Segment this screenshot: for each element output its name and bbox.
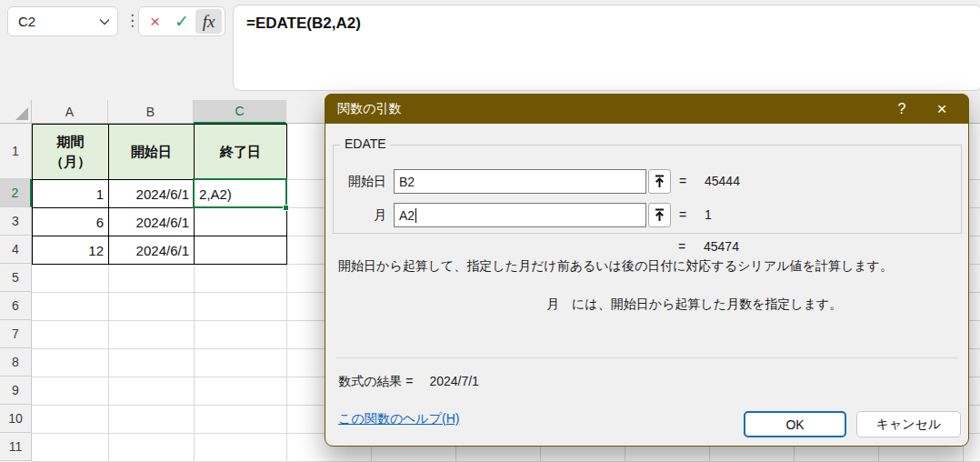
ok-button[interactable]: OK <box>744 411 846 437</box>
row-header-2[interactable]: 2 <box>0 179 32 207</box>
cell-a2[interactable]: 1 <box>33 180 109 208</box>
arg1-value: B2 <box>399 175 415 189</box>
row-header-8[interactable]: 8 <box>0 348 32 377</box>
formula-toolbar: × ✓ fx <box>138 6 225 36</box>
row-header-10[interactable]: 10 <box>0 405 32 433</box>
arg1-range-select-button[interactable] <box>648 169 671 194</box>
arg1-result: 45444 <box>705 174 740 188</box>
chevron-down-icon[interactable] <box>99 18 110 25</box>
overall-result: 45474 <box>704 239 739 254</box>
arg2-input[interactable]: A2 <box>394 203 646 227</box>
arg1-input[interactable]: B2 <box>394 169 646 194</box>
col-header-c[interactable]: C <box>194 100 286 124</box>
formula-bar[interactable]: =EDATE(B2,A2) <box>233 5 980 91</box>
select-all-triangle-icon <box>15 107 28 120</box>
cell-a1-line1: 期間 <box>57 132 85 152</box>
row-header-6[interactable]: 6 <box>0 292 32 320</box>
arg2-equals: = <box>679 207 686 222</box>
formula-result-label: 数式の結果 = <box>338 374 413 388</box>
name-box-value: C2 <box>18 14 99 29</box>
dialog-help-icon[interactable]: ? <box>882 94 922 124</box>
function-arguments-dialog: 関数の引数 ? × EDATE 開始日 B2 = 45444 月 A2 = 1 … <box>325 94 969 447</box>
row-header-7[interactable]: 7 <box>0 320 32 348</box>
row-header-9[interactable]: 9 <box>0 377 32 405</box>
text-caret <box>415 208 416 223</box>
cell-b2[interactable]: 2024/6/1 <box>109 180 195 208</box>
collapse-dialog-icon <box>654 175 665 188</box>
cancel-entry-button[interactable]: × <box>142 9 168 34</box>
function-name-label: EDATE <box>340 136 391 151</box>
arg2-value: A2 <box>399 208 415 223</box>
function-group-box: EDATE 開始日 B2 = 45444 月 A2 = 1 <box>333 145 962 234</box>
collapse-dialog-icon <box>654 208 665 222</box>
enter-entry-button[interactable]: ✓ <box>169 9 195 34</box>
arg2-label: 月 <box>339 207 386 224</box>
row-header-11[interactable]: 11 <box>0 433 32 461</box>
argument-description: 月 には、開始日から起算した月数を指定します。 <box>546 296 842 313</box>
cell-c4[interactable] <box>195 236 287 265</box>
dialog-divider <box>336 357 957 358</box>
row-header-3[interactable]: 3 <box>0 207 32 236</box>
function-help-link[interactable]: この関数のヘルプ(H) <box>338 411 459 427</box>
arg1-label: 開始日 <box>339 174 386 190</box>
cell-b4[interactable]: 2024/6/1 <box>109 236 195 265</box>
arg1-equals: = <box>679 174 686 188</box>
arg2-range-select-button[interactable] <box>648 203 671 227</box>
col-header-b[interactable]: B <box>108 100 194 123</box>
fill-handle[interactable] <box>283 205 289 211</box>
col-header-d-partial[interactable] <box>286 100 325 123</box>
cell-c1[interactable]: 終了日 <box>195 125 287 180</box>
cell-a1-line2: （月） <box>50 152 91 172</box>
overall-equals: = <box>678 239 685 254</box>
select-all-corner[interactable] <box>0 100 32 124</box>
row-header-5[interactable]: 5 <box>0 264 32 292</box>
formula-result-line: 数式の結果 =2024/7/1 <box>338 374 479 390</box>
cell-c2-editing[interactable]: 2,A2) <box>195 180 287 208</box>
row-header-1[interactable]: 1 <box>0 124 32 179</box>
cell-a3[interactable]: 6 <box>33 208 109 236</box>
col-header-a[interactable]: A <box>32 100 108 123</box>
dialog-title: 関数の引数 <box>325 101 882 117</box>
cell-b3[interactable]: 2024/6/1 <box>109 208 195 236</box>
cell-c3[interactable] <box>195 208 287 236</box>
data-table: 期間 （月） 開始日 終了日 1 2024/6/1 2,A2) 6 2024/6… <box>32 124 287 265</box>
name-box[interactable]: C2 <box>7 6 118 36</box>
dialog-title-bar[interactable]: 関数の引数 ? × <box>325 94 969 124</box>
formula-result-value: 2024/7/1 <box>429 374 479 388</box>
cell-a4[interactable]: 12 <box>33 236 109 265</box>
cell-b1[interactable]: 開始日 <box>109 125 195 180</box>
function-description: 開始日から起算して、指定した月だけ前あるいは後の日付に対応するシリアル値を計算し… <box>338 258 942 275</box>
insert-function-button[interactable]: fx <box>195 9 222 34</box>
cell-a1[interactable]: 期間 （月） <box>33 125 109 180</box>
arg2-result: 1 <box>705 207 712 222</box>
row-header-4[interactable]: 4 <box>0 236 32 264</box>
row-header-column: 1 2 3 4 5 6 7 8 9 10 11 <box>0 124 32 461</box>
cancel-button[interactable]: キャンセル <box>856 411 961 437</box>
formula-text: =EDATE(B2,A2) <box>246 15 361 33</box>
dialog-close-icon[interactable]: × <box>922 94 962 124</box>
